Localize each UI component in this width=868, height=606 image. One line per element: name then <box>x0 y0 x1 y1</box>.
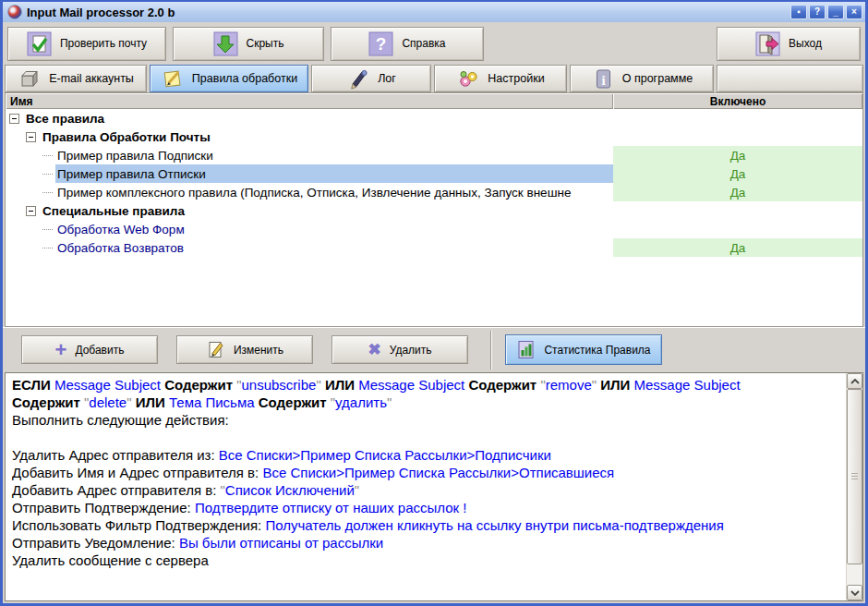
tree-row[interactable]: Пример правила ПодпискиДа <box>6 146 862 164</box>
description-line <box>12 429 839 446</box>
tab-settings[interactable]: Настройки <box>434 65 567 92</box>
description-line: Отправить Подтверждение: Подтвердите отп… <box>12 499 839 516</box>
description-line: Удалить Адрес отправителя из: Все Списки… <box>12 446 839 464</box>
tab-processing-rules[interactable]: Правила обработки <box>150 65 308 92</box>
check-mail-label: Проверить почту <box>60 37 147 50</box>
enabled-cell: Да <box>613 183 862 201</box>
tree-row-label: Обработка Возвратов <box>55 241 186 255</box>
gears-icon <box>456 67 481 91</box>
rule-statistics-button[interactable]: Статистика Правила <box>505 334 662 365</box>
scrollbar-thumb[interactable] <box>847 389 862 564</box>
scroll-up-button[interactable] <box>847 373 862 389</box>
scroll-down-button[interactable] <box>847 585 862 600</box>
tree-connector <box>42 229 53 230</box>
tree-row-label: Правила Обработки Почты <box>41 130 212 144</box>
check-mail-button[interactable]: Проверить почту <box>7 27 166 61</box>
tree-row[interactable]: Все правила <box>6 109 862 127</box>
check-mail-icon <box>27 31 52 56</box>
tab-about-label: О программе <box>622 72 693 85</box>
close-button[interactable]: × <box>846 5 862 19</box>
x-icon: ✖ <box>368 342 380 358</box>
toolbar: Проверить почту Скрыть ? Справка <box>3 22 865 65</box>
minimize-button[interactable]: _ <box>827 5 844 19</box>
edit-rule-button[interactable]: Изменить <box>176 335 313 364</box>
action-bar-divider <box>490 331 492 370</box>
rules-note-icon <box>161 67 186 91</box>
tree-collapse-icon[interactable] <box>9 114 19 124</box>
tree-connector <box>42 174 53 175</box>
rules-list: Имя Включено Все правилаПравила Обработк… <box>5 92 863 327</box>
description-line: Выполнить следующие действия: <box>12 411 839 429</box>
enabled-cell <box>613 127 862 146</box>
rule-description-panel: ЕСЛИ Message Subject Содержит "unsubscri… <box>5 372 863 601</box>
delete-rule-label: Удалить <box>390 344 432 357</box>
tab-email-accounts[interactable]: E-mail аккаунты <box>5 65 147 92</box>
column-header-enabled[interactable]: Включено <box>613 93 862 109</box>
description-line: Добавить Адрес отправителя в: "Список Ис… <box>12 481 839 499</box>
enabled-cell: Да <box>613 146 862 164</box>
exit-door-icon <box>755 31 780 56</box>
mail-accounts-icon <box>18 67 42 91</box>
tree-collapse-icon[interactable] <box>26 206 36 216</box>
tab-log[interactable]: Лог <box>311 65 431 92</box>
tree-row[interactable]: Правила Обработки Почты <box>6 127 862 146</box>
plus-icon: + <box>55 340 67 360</box>
app-logo-icon <box>7 5 22 19</box>
tree-row-label: Пример правила Подписки <box>55 149 215 163</box>
tree-row[interactable]: Обработка ВозвратовДа <box>6 238 862 257</box>
window-title: Input Mail processor 2.0 b <box>24 6 789 19</box>
description-line: Отправить Уведомление: Вы были отписаны … <box>12 534 839 551</box>
hide-arrow-icon <box>213 31 238 56</box>
tree-row-label: Все правила <box>24 112 106 126</box>
edit-rule-label: Изменить <box>234 344 283 357</box>
rules-list-header: Имя Включено <box>6 93 862 109</box>
column-header-name[interactable]: Имя <box>6 93 613 109</box>
tree-row[interactable]: Специальные правила <box>6 201 862 220</box>
question-icon: ? <box>368 31 393 56</box>
rule-statistics-label: Статистика Правила <box>544 344 650 357</box>
tab-log-label: Лог <box>378 72 396 85</box>
exit-button[interactable]: Выход <box>717 27 861 61</box>
tree-connector <box>42 155 53 156</box>
rules-tree: Все правилаПравила Обработки ПочтыПример… <box>6 109 862 326</box>
enabled-cell: Да <box>613 238 862 257</box>
tree-row[interactable]: Пример комплексного правила (Подписка, О… <box>6 183 862 201</box>
tree-row-label: Обработка Web Форм <box>55 223 187 236</box>
log-pen-icon <box>346 67 371 91</box>
tab-filler <box>717 65 863 92</box>
enabled-cell: Да <box>613 164 862 183</box>
tree-row[interactable]: Обработка Web Форм <box>6 220 862 238</box>
hide-button[interactable]: Скрыть <box>173 27 324 61</box>
tree-row[interactable]: Пример правила ОтпискиДа <box>6 164 862 183</box>
enabled-cell <box>613 220 862 238</box>
exit-label: Выход <box>789 37 822 50</box>
description-line: Содержит "delete" ИЛИ Тема Письма Содерж… <box>12 394 839 411</box>
add-rule-label: Добавить <box>75 344 124 357</box>
add-rule-button[interactable]: + Добавить <box>21 335 158 364</box>
statistics-chart-icon <box>516 340 536 359</box>
tree-connector <box>42 192 53 193</box>
tree-row-label: Пример правила Отписки <box>55 167 208 181</box>
tree-collapse-icon[interactable] <box>26 132 36 142</box>
help-button[interactable]: ? Справка <box>331 27 484 61</box>
tab-email-accounts-label: E-mail аккаунты <box>49 72 134 85</box>
description-line: Удалить сообщение с сервера <box>12 551 839 569</box>
description-line: Добавить Имя и Адрес отправителя в: Все … <box>12 464 839 481</box>
tray-button[interactable]: ▪ <box>790 5 807 19</box>
tree-connector <box>42 248 53 248</box>
svg-text:i: i <box>601 72 605 87</box>
description-line: Использовать Фильтр Подтверждения: Получ… <box>12 516 839 534</box>
delete-rule-button[interactable]: ✖ Удалить <box>332 335 468 364</box>
edit-note-icon <box>206 340 225 359</box>
description-scrollbar[interactable] <box>846 373 862 600</box>
titlebar-help-button[interactable]: ? <box>809 5 826 19</box>
enabled-cell <box>613 109 862 127</box>
scrollbar-track[interactable] <box>847 564 862 585</box>
tree-row-label: Специальные правила <box>41 204 187 218</box>
tab-about[interactable]: i О программе <box>570 65 714 92</box>
app-window: Input Mail processor 2.0 b ▪ ? _ × Прове… <box>0 0 868 606</box>
action-bar: + Добавить Изменить ✖ Удалить <box>3 327 865 371</box>
enabled-cell <box>613 201 862 220</box>
tab-settings-label: Настройки <box>488 72 544 85</box>
hide-label: Скрыть <box>247 37 284 50</box>
